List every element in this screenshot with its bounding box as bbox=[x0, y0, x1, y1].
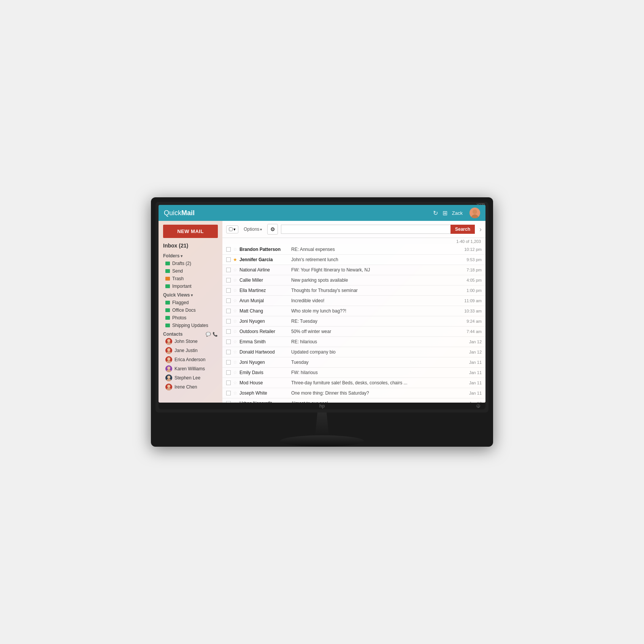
star-icon[interactable]: ☆ bbox=[233, 298, 237, 303]
email-row[interactable]: ☆ Emma Smith RE: hilarious Jan 12 bbox=[222, 337, 485, 347]
refresh-icon[interactable]: ↻ bbox=[433, 209, 438, 217]
mail-count: 1-40 of 1,203 bbox=[222, 238, 485, 244]
star-icon[interactable]: ☆ bbox=[233, 308, 237, 314]
email-checkbox[interactable] bbox=[226, 370, 231, 375]
phone-icon[interactable]: 📞 bbox=[213, 332, 218, 337]
email-checkbox[interactable] bbox=[226, 309, 231, 313]
topbar-avatar[interactable] bbox=[470, 208, 480, 218]
logo-quick: Quick bbox=[164, 209, 181, 217]
email-row[interactable]: ☆ Emily Davis FW: hilarious Jan 11 bbox=[222, 368, 485, 378]
star-icon[interactable]: ☆ bbox=[233, 349, 237, 355]
contact-item-irene-chen[interactable]: Irene Chen bbox=[163, 382, 218, 392]
select-checkbox[interactable]: ▾ bbox=[226, 225, 238, 233]
email-checkbox[interactable] bbox=[226, 350, 231, 354]
search-input[interactable] bbox=[281, 225, 450, 234]
contact-item-stephen-lee[interactable]: Stephen Lee bbox=[163, 373, 218, 382]
svg-point-7 bbox=[166, 360, 171, 363]
star-icon[interactable]: ☆ bbox=[233, 370, 237, 375]
nav-next-icon[interactable]: › bbox=[479, 225, 482, 233]
star-icon[interactable]: ☆ bbox=[233, 278, 237, 283]
star-icon[interactable]: ☆ bbox=[233, 360, 237, 365]
svg-point-1 bbox=[471, 214, 479, 218]
email-checkbox[interactable] bbox=[226, 329, 231, 334]
svg-point-6 bbox=[167, 357, 170, 360]
email-checkbox[interactable] bbox=[226, 319, 231, 324]
email-row[interactable]: ☆ Joseph White One more thing: Dinner th… bbox=[222, 388, 485, 398]
app-logo: QuickMail bbox=[164, 209, 195, 217]
email-subject: Incredible video! bbox=[291, 298, 457, 303]
search-button[interactable]: Search bbox=[450, 225, 475, 234]
star-icon[interactable]: ☆ bbox=[233, 390, 237, 396]
chat-icon[interactable]: 💬 bbox=[206, 332, 211, 337]
star-icon[interactable]: ☆ bbox=[233, 380, 237, 385]
email-checkbox[interactable] bbox=[226, 360, 231, 365]
sidebar: NEW MAIL Inbox (21) Folders Drafts (2) S… bbox=[159, 221, 222, 403]
email-row[interactable]: ☆ Callie Miller New parking spots availa… bbox=[222, 275, 485, 286]
email-row[interactable]: ☆ Matt Chang Who stole my lunch bag??! 1… bbox=[222, 306, 485, 316]
email-checkbox[interactable] bbox=[226, 381, 231, 385]
contact-avatar-stephen-lee bbox=[165, 374, 172, 381]
star-icon[interactable]: ☆ bbox=[233, 288, 237, 293]
options-dropdown[interactable]: Options ▾ bbox=[241, 225, 264, 233]
monitor-stand-base bbox=[280, 435, 364, 447]
email-row[interactable]: ☆ National Airline FW: Your Flight Itine… bbox=[222, 265, 485, 275]
email-checkbox[interactable] bbox=[226, 298, 231, 303]
email-time: Jan 11 bbox=[459, 381, 482, 385]
chevron-down-icon[interactable]: ▾ bbox=[233, 227, 236, 232]
sidebar-item-photos[interactable]: Photos bbox=[159, 314, 222, 322]
contact-item-karen-williams[interactable]: Karen Williams bbox=[163, 364, 218, 373]
sidebar-item-flagged[interactable]: Flagged bbox=[159, 299, 222, 306]
contact-item-jane-justin[interactable]: Jane Justin bbox=[163, 346, 218, 355]
email-row[interactable]: ☆ Brandon Patterson RE: Annual expenses … bbox=[222, 244, 485, 255]
star-icon[interactable]: ☆ bbox=[233, 247, 237, 252]
email-time: Jan 11 bbox=[459, 360, 482, 365]
contact-item-erica-anderson[interactable]: Erica Anderson bbox=[163, 355, 218, 364]
star-icon[interactable]: ☆ bbox=[233, 339, 237, 344]
contacts-header[interactable]: Contacts 💬 📞 bbox=[163, 332, 218, 337]
grid-icon[interactable]: ⊞ bbox=[443, 209, 447, 217]
sidebar-item-drafts[interactable]: Drafts (2) bbox=[159, 260, 222, 267]
right-panel: ▾ Options ▾ ⚙ Search › bbox=[222, 221, 485, 403]
sidebar-item-shipping-updates[interactable]: Shipping Updates bbox=[159, 322, 222, 329]
email-checkbox[interactable] bbox=[226, 268, 231, 272]
email-checkbox[interactable] bbox=[226, 288, 231, 293]
email-checkbox[interactable] bbox=[226, 257, 231, 262]
sidebar-item-label: Important bbox=[172, 284, 192, 289]
logo-mail: Mail bbox=[181, 209, 195, 217]
quick-views-section-title[interactable]: Quick Views bbox=[159, 290, 222, 299]
email-row[interactable]: ☆ Joni Nyugen RE: Tuesday 9:24 am bbox=[222, 316, 485, 327]
sidebar-item-trash[interactable]: Trash bbox=[159, 275, 222, 282]
email-row[interactable]: ☆ Joni Nyugen Tuesday Jan 11 bbox=[222, 357, 485, 368]
email-time: 9:53 pm bbox=[459, 257, 482, 262]
email-row[interactable]: ☆ Outdoors Retailer 50% off winter wear … bbox=[222, 327, 485, 337]
email-checkbox[interactable] bbox=[226, 339, 231, 344]
email-subject: RE: hilarious bbox=[291, 339, 457, 344]
email-row[interactable]: ☆ Mod House Three-day furniture sale! Be… bbox=[222, 378, 485, 388]
email-row[interactable]: ☆ Urban Nonprofit Almost to our goal Jan… bbox=[222, 398, 485, 403]
email-row[interactable]: ☆ Ella Martinez Thoughts for Thursday's … bbox=[222, 286, 485, 296]
email-row[interactable]: ☆ Donald Hartwood Updated company bio Ja… bbox=[222, 347, 485, 357]
sidebar-item-office-docs[interactable]: Office Docs bbox=[159, 306, 222, 314]
star-icon[interactable]: ★ bbox=[233, 257, 237, 262]
gear-button[interactable]: ⚙ bbox=[267, 224, 278, 235]
email-time: Jan 12 bbox=[459, 339, 482, 344]
email-checkbox[interactable] bbox=[226, 278, 231, 282]
toolbar: ▾ Options ▾ ⚙ Search › bbox=[222, 221, 485, 238]
email-row[interactable]: ★ Jennifer Garcia John's retirement lunc… bbox=[222, 255, 485, 265]
email-subject: Updated company bio bbox=[291, 349, 457, 355]
sidebar-item-important[interactable]: Important bbox=[159, 282, 222, 290]
email-checkbox[interactable] bbox=[226, 391, 231, 395]
contact-item-john-stone[interactable]: John Stone bbox=[163, 337, 218, 346]
star-icon[interactable]: ☆ bbox=[233, 329, 237, 334]
email-checkbox[interactable] bbox=[226, 247, 231, 252]
sidebar-item-send[interactable]: Send bbox=[159, 267, 222, 275]
folders-section-title[interactable]: Folders bbox=[159, 251, 222, 260]
select-all-checkbox[interactable] bbox=[229, 227, 233, 231]
new-mail-button[interactable]: NEW MAIL bbox=[163, 225, 218, 238]
inbox-title: Inbox (21) bbox=[159, 241, 222, 251]
contacts-label: Contacts bbox=[163, 332, 182, 337]
star-icon[interactable]: ☆ bbox=[233, 267, 237, 273]
email-row[interactable]: ☆ Arun Munjal Incredible video! 11:09 am bbox=[222, 296, 485, 306]
power-button[interactable]: ⏻ bbox=[476, 404, 480, 408]
star-icon[interactable]: ☆ bbox=[233, 319, 237, 324]
